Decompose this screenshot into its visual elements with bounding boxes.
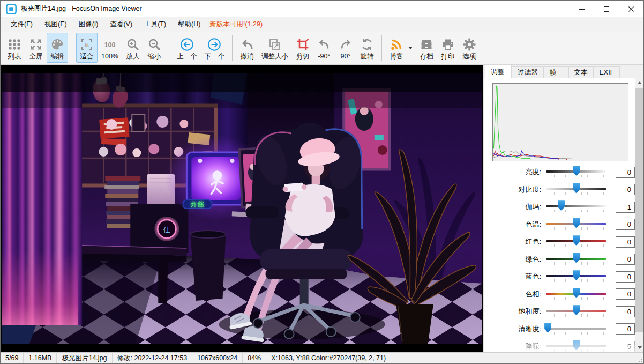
slider-label: 绿色:	[491, 255, 541, 264]
main-area: 炸酱	[1, 65, 643, 352]
toolbar-button-zoom-out[interactable]: 缩小	[144, 33, 165, 63]
tab-帧[interactable]: 帧	[544, 66, 568, 78]
resize-grip[interactable]	[636, 356, 643, 363]
toolbar-button-resize[interactable]: 调整大小	[258, 33, 292, 63]
app-logo-icon	[6, 4, 17, 14]
toolbar-button-next[interactable]: 下一个	[200, 33, 228, 63]
toolbar-button-rotate-right[interactable]: 90°	[335, 33, 356, 63]
slider-row-saturation: 饱和度:0	[484, 303, 635, 321]
toolbar-button-zoom-100[interactable]: 100100%	[98, 33, 122, 63]
slider-hue[interactable]	[546, 287, 606, 302]
status-dimensions: 1067x600x24	[192, 353, 242, 363]
toolbar-button-blog-rss[interactable]: 博客	[386, 33, 407, 63]
side-panel: 调整过滤器帧文本EXIF 亮度:0对比度:0伽玛:1色温:0红色:0绿色:0蓝色…	[483, 65, 644, 352]
menu-item-view[interactable]: 视图(E)	[39, 18, 73, 31]
slider-value-input[interactable]: 5	[616, 341, 635, 352]
toolbar-button-list[interactable]: 列表	[4, 33, 25, 63]
slider-track[interactable]	[546, 205, 606, 207]
slider-red[interactable]	[546, 234, 606, 249]
settings-icon	[462, 38, 476, 51]
slider-contrast[interactable]	[546, 182, 606, 197]
slider-ticks	[549, 332, 604, 335]
toolbar-button-fit[interactable]: fit适合	[76, 33, 98, 63]
toolbar-button-print[interactable]: 打印	[437, 33, 459, 63]
slider-temperature[interactable]	[546, 217, 606, 232]
menu-item-file[interactable]: 文件(F)	[5, 18, 39, 31]
slider-value-input[interactable]: 0	[616, 323, 635, 335]
minimize-button[interactable]	[570, 1, 594, 17]
scrollbar-thumb[interactable]	[635, 88, 644, 332]
close-button[interactable]	[619, 1, 643, 17]
status-zoom: 84%	[242, 353, 266, 363]
menu-item-tools[interactable]: 工具(T)	[138, 18, 172, 31]
menu-item-image[interactable]: 图像(I)	[73, 18, 104, 31]
toolbar-button-archive[interactable]: 存档	[416, 33, 437, 63]
triangle-up-icon	[638, 81, 642, 84]
slider-row-hue: 色相:0	[484, 286, 635, 303]
toolbar-button-undo[interactable]: 撤消	[236, 33, 258, 63]
blog-dropdown-button[interactable]	[407, 33, 416, 63]
slider-saturation[interactable]	[546, 304, 606, 319]
slider-value-input[interactable]: 0	[616, 167, 635, 178]
panel-scrollbar[interactable]	[635, 78, 644, 352]
tab-EXIF[interactable]: EXIF	[594, 66, 620, 78]
toolbar-button-previous[interactable]: 上一个	[173, 33, 201, 63]
sliders-list: 亮度:0对比度:0伽玛:1色温:0红色:0绿色:0蓝色:0色相:0饱和度:0清晰…	[484, 164, 635, 352]
image-viewer[interactable]: 炸酱	[1, 65, 483, 352]
toolbar-button-fullscreen[interactable]: 全屏	[25, 33, 47, 63]
status-pixel-info: X:1063, Y:88 Color:#270247(39, 2, 71)	[266, 353, 391, 363]
slider-denoise[interactable]	[546, 339, 606, 352]
slider-brightness[interactable]	[546, 165, 606, 180]
menu-item-help[interactable]: 帮助(H)	[172, 18, 206, 31]
blog-rss-icon	[390, 38, 403, 51]
toolbar-button-zoom-in[interactable]: 放大	[122, 33, 144, 63]
status-filesize: 1.16MB	[23, 353, 56, 363]
resize-icon	[268, 38, 282, 51]
toolbar-button-label: 缩小	[147, 53, 161, 60]
tab-文本[interactable]: 文本	[568, 66, 594, 78]
slider-label: 清晰度:	[491, 324, 541, 334]
slider-clarity[interactable]	[546, 322, 606, 337]
toolbar-button-settings[interactable]: 选项	[459, 33, 480, 63]
next-icon	[207, 38, 221, 51]
slider-value-input[interactable]: 0	[616, 219, 635, 230]
chevron-down-icon	[408, 47, 413, 49]
edit-icon	[50, 38, 64, 51]
menu-item-browse[interactable]: 查看(V)	[104, 18, 138, 31]
toolbar: 列表全屏编辑fit适合100100%放大缩小上一个下一个撤消调整大小剪切-90°…	[1, 32, 643, 65]
slider-track[interactable]	[546, 328, 606, 330]
toolbar-button-label: -90°	[318, 53, 330, 60]
slider-value-input[interactable]: 1	[616, 202, 635, 213]
slider-value-input[interactable]: 0	[616, 288, 635, 300]
toolbar-button-label: 100%	[101, 53, 118, 60]
status-bar: 5/691.16MB极光图片14.jpg修改: 2022-12-24 17:53…	[1, 352, 643, 363]
slider-value-input[interactable]: 0	[616, 254, 635, 265]
slider-value-input[interactable]: 0	[616, 306, 635, 317]
scroll-up-button[interactable]	[635, 78, 644, 87]
histogram-curve-gray	[493, 151, 627, 159]
triangle-down-icon	[638, 346, 642, 349]
crop-icon	[296, 38, 310, 51]
maximize-button[interactable]	[594, 1, 619, 17]
app-window: 极光图片14.jpg - FocusOn Image Viewer 文件(F)视…	[0, 0, 644, 364]
toolbar-button-rotate[interactable]: 旋转	[356, 33, 378, 63]
slider-blue[interactable]	[546, 269, 606, 284]
update-notice[interactable]: 新版本可用!(1.29)	[206, 18, 266, 31]
tab-调整[interactable]: 调整	[485, 65, 512, 78]
slider-green[interactable]	[546, 252, 606, 267]
scroll-down-button[interactable]	[635, 343, 644, 352]
slider-row-temperature: 色温:0	[484, 216, 635, 234]
tab-过滤器[interactable]: 过滤器	[512, 66, 544, 78]
histogram-curve-green	[493, 86, 530, 160]
slider-value-input[interactable]: 0	[616, 184, 635, 195]
toolbar-button-crop[interactable]: 剪切	[292, 33, 313, 63]
slider-label: 亮度:	[491, 167, 541, 177]
slider-value-input[interactable]: 0	[616, 236, 635, 248]
toolbar-group: 博客存档打印选项	[386, 33, 480, 63]
toolbar-button-rotate-left[interactable]: -90°	[313, 33, 335, 63]
toolbar-group: 列表全屏编辑	[4, 33, 68, 63]
slider-row-clarity: 清晰度:0	[484, 321, 635, 338]
slider-value-input[interactable]: 0	[616, 271, 635, 283]
slider-gamma[interactable]	[546, 199, 606, 214]
toolbar-button-edit[interactable]: 编辑	[47, 33, 68, 63]
